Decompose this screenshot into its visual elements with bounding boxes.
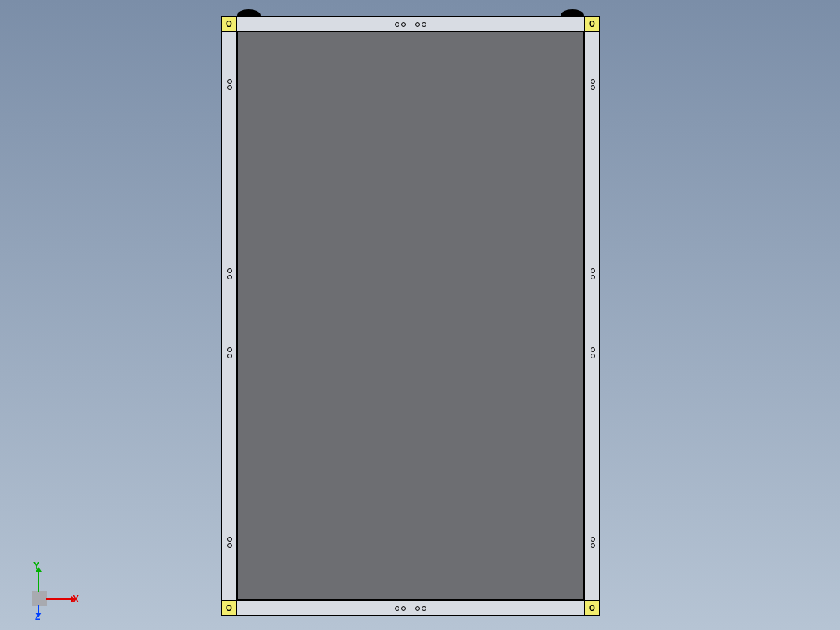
mounting-holes <box>395 605 406 611</box>
corner-bracket-top-left: O <box>221 16 237 32</box>
axis-label-z: Z <box>35 611 40 622</box>
corner-bracket-top-right: O <box>584 16 600 32</box>
top-clip-left <box>237 9 261 16</box>
corner-bracket-bottom-left: O <box>221 600 237 616</box>
corner-bracket-bottom-right: O <box>584 600 600 616</box>
frame-assembly[interactable]: O O O O <box>221 16 600 616</box>
axis-arrow-y <box>38 572 39 592</box>
frame-rail-top <box>221 16 600 32</box>
mounting-holes <box>415 605 426 611</box>
mounting-holes <box>226 537 232 548</box>
top-clip-right <box>561 9 584 16</box>
mounting-holes <box>415 21 426 27</box>
axis-label-y: Y <box>33 561 39 572</box>
axis-arrow-x <box>46 598 71 600</box>
center-panel <box>237 32 584 600</box>
frame-rail-right <box>584 16 600 616</box>
cad-viewport[interactable]: O O O O X Y Z <box>0 0 840 630</box>
frame-rail-bottom <box>221 600 600 616</box>
view-triad[interactable]: X Y Z <box>24 567 79 614</box>
mounting-holes <box>226 79 232 90</box>
mounting-holes <box>589 537 595 548</box>
mounting-holes <box>589 347 595 358</box>
mounting-holes <box>395 21 406 27</box>
mounting-holes <box>589 268 595 279</box>
mounting-holes <box>226 268 232 279</box>
mounting-holes <box>589 79 595 90</box>
frame-rail-left <box>221 16 237 616</box>
triad-origin <box>32 591 47 606</box>
axis-label-x: X <box>73 594 79 605</box>
mounting-holes <box>226 347 232 358</box>
